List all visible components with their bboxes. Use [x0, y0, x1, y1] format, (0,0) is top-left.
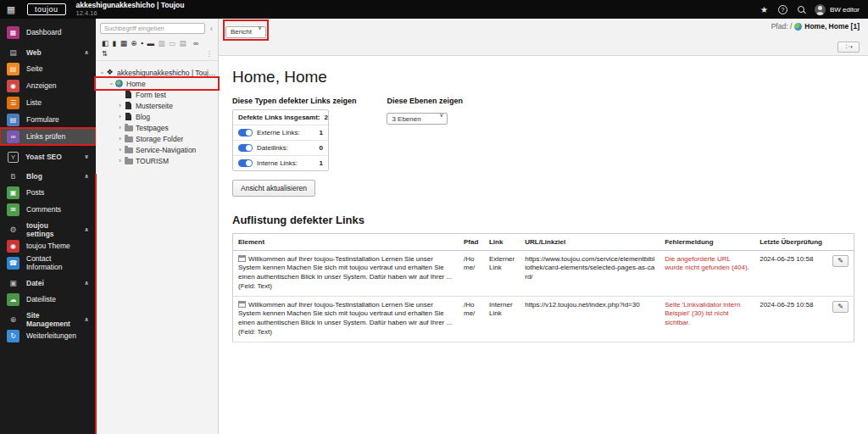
refresh-view-button[interactable]: Ansicht aktualisieren	[232, 180, 315, 197]
avatar	[815, 4, 826, 15]
tree-node-storage-folder[interactable]: ›Storage Folder	[96, 133, 218, 144]
page-title: Home, Home	[232, 68, 854, 86]
sidebar-item-label: Links prüfen	[26, 132, 65, 141]
tree-node-blog[interactable]: ›Blog	[96, 111, 218, 122]
tree-expand-toggle-icon[interactable]: ⇅	[102, 49, 108, 58]
share-icon: ∴	[843, 44, 850, 48]
sidebar-item-links-pr-fen[interactable]: ∞Links prüfen	[0, 128, 96, 145]
levels-select[interactable]: 3 Ebenen	[387, 113, 448, 125]
expander-open-icon[interactable]: ›	[98, 69, 105, 76]
help-icon[interactable]: ?	[778, 5, 787, 14]
path-value[interactable]: Home, Home [1]	[804, 22, 860, 31]
tree-collapse-icon[interactable]: ‹	[209, 25, 214, 33]
tree-node-musterseite[interactable]: ›Musterseite	[96, 100, 218, 111]
column-header: Link	[484, 233, 520, 250]
new-card-page-icon[interactable]: ▥	[158, 39, 164, 47]
sidebar-group-yoast-seo[interactable]: YYoast SEO∨	[0, 149, 96, 164]
sidebar-item-comments[interactable]: ✉Comments	[0, 201, 96, 218]
tree-node-form-test[interactable]: Form test	[96, 89, 218, 100]
search-icon[interactable]	[798, 6, 804, 13]
new-external-page-icon[interactable]: ▤	[179, 39, 186, 47]
tree-search-input[interactable]	[100, 23, 205, 34]
sidebar-item-posts[interactable]: ▣Posts	[0, 184, 96, 201]
page-globe-icon	[794, 23, 802, 31]
sidebar-item-contact-information[interactable]: ☎Contact Information	[0, 254, 96, 271]
sidebar-item-label: Dateiliste	[26, 295, 56, 303]
tree-node-label: akkeshigunakkeshicho | Toujou	[117, 69, 216, 77]
filter-count: 0	[320, 144, 323, 152]
module-menu-toggle-icon[interactable]: ▦	[0, 4, 22, 15]
column-header: Element	[233, 233, 459, 250]
tree-node-home[interactable]: ›Home	[96, 78, 218, 89]
sidebar-item-weiterleitungen[interactable]: ↻Weiterleitungen	[0, 327, 96, 344]
web-module-icon: ▤	[7, 48, 19, 57]
sidebar-group-label: toujou settings	[26, 221, 77, 238]
report-mode-select[interactable]: Bericht	[225, 26, 266, 38]
sidebar-item-anzeigen[interactable]: ◉Anzeigen	[0, 77, 96, 94]
topbar: ▦ toujou akkeshigunakkeshicho | Toujou 1…	[0, 0, 868, 19]
element-cell: Willkommen auf Ihrer toujou-Testinstalla…	[233, 296, 459, 342]
sidebar-item-dashboard[interactable]: ▦Dashboard	[0, 24, 96, 41]
share-button[interactable]: ∴ ▾	[837, 42, 860, 53]
actions-cell: ✎	[827, 296, 854, 342]
chevron-up-icon: ∧	[84, 173, 89, 180]
chevron-up-icon: ∧	[84, 49, 89, 56]
new-shortcut-icon[interactable]: ▦	[120, 39, 127, 47]
toujou-logo[interactable]: toujou	[27, 3, 66, 15]
sidebar-group-web[interactable]: ▤Web∧	[0, 45, 96, 60]
new-mountpoint-icon[interactable]: ⊕	[131, 39, 136, 47]
column-header: URL/Linkziel	[520, 233, 659, 250]
tree-node-testpages[interactable]: ›Testpages	[96, 122, 218, 133]
tree-node-tourism[interactable]: ›TOURISM	[96, 155, 218, 166]
user-menu[interactable]: BW editor	[815, 4, 860, 15]
pencil-icon: ✎	[837, 303, 843, 310]
pfad-cell: /Home/	[459, 250, 484, 296]
tree-node-service-navigation[interactable]: ›Service-Navigation	[96, 144, 218, 155]
sidebar-item-toujou-theme[interactable]: ◉toujou Theme	[0, 237, 96, 254]
toggle-switch[interactable]	[238, 129, 253, 136]
expander-closed-icon[interactable]: ›	[116, 114, 124, 120]
toggle-switch[interactable]	[238, 144, 253, 152]
sidebar-item-liste[interactable]: ☰Liste	[0, 94, 96, 111]
new-folder-icon[interactable]: ▭	[169, 39, 175, 47]
sidebar-group-toujou-settings[interactable]: ⚙toujou settings∧	[0, 222, 96, 237]
sidebar-group-blog[interactable]: BBlog∧	[0, 169, 96, 184]
link-type-filter-panel: Defekte Links insgesamt:2Externe Links:1…	[232, 109, 329, 171]
error-message-cell: Seite 'Linkvalidator intern Beispiel' (3…	[659, 296, 754, 342]
sidebar-item-label: Posts	[26, 188, 44, 197]
expander-closed-icon[interactable]: ›	[116, 158, 124, 164]
username: BW editor	[830, 6, 860, 14]
toggle-switch[interactable]	[238, 159, 253, 167]
edit-button[interactable]: ✎	[832, 301, 849, 313]
bookmark-star-icon[interactable]: ★	[760, 5, 768, 14]
sidebar-item-seite[interactable]: ▤Seite	[0, 60, 96, 77]
new-spacer-icon[interactable]: ▪	[141, 39, 143, 47]
sidebar-group-datei[interactable]: ▣Datei∧	[0, 275, 96, 291]
expander-closed-icon[interactable]: ›	[116, 147, 124, 153]
tree-node-akkeshigunakkeshicho-toujou[interactable]: ›❖akkeshigunakkeshicho | Toujou	[96, 67, 218, 78]
url-cell: https://www.toujou.com/service/elementbi…	[520, 250, 659, 296]
expander-closed-icon[interactable]: ›	[116, 125, 124, 131]
new-backend-section-icon[interactable]: ▬	[147, 39, 154, 47]
expander-closed-icon[interactable]: ›	[116, 103, 124, 109]
path-label: Pfad: /	[771, 22, 793, 31]
levels-section: Diese Ebenen zeigen 3 Ebenen ∨	[387, 97, 463, 197]
new-link-icon[interactable]: ∞	[193, 39, 198, 47]
edit-button[interactable]: ✎	[832, 255, 849, 267]
pfad-cell: /Home/	[459, 296, 484, 342]
sidebar-item-dateiliste[interactable]: ☁Dateiliste	[0, 291, 96, 308]
tree-more-icon[interactable]: ⋮	[206, 49, 214, 58]
new-page-icon[interactable]: ◧	[102, 39, 108, 47]
expander-closed-icon[interactable]: ›	[116, 136, 124, 142]
broken-links-list-title: Auflistung defekter Links	[232, 214, 854, 226]
tree-node-label: Form test	[136, 91, 166, 99]
dashboard-icon: ▦	[7, 26, 19, 39]
tree-node-label: Musterseite	[136, 102, 173, 110]
sidebar-item-formulare[interactable]: ▤Formulare	[0, 111, 96, 128]
content-area: Bericht ∨ Pfad: / Home, Home [1] ∴ ▾ Hom…	[219, 19, 868, 434]
expander-open-icon[interactable]: ›	[108, 80, 114, 87]
sidebar-group-site-management[interactable]: ⊕Site Management∧	[0, 312, 96, 327]
filter-label: Interne Links:	[257, 159, 298, 167]
new-page-content-icon[interactable]: ▮	[113, 39, 117, 47]
error-message-cell: Die angeforderte URL wurde nicht gefunde…	[659, 250, 754, 296]
